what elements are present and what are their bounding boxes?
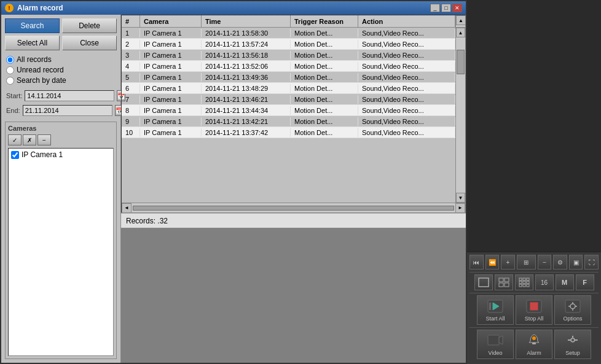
camera-checkbox[interactable] bbox=[11, 151, 19, 159]
cell-action: Sound,Video Reco... bbox=[358, 62, 455, 71]
options-button[interactable]: Options bbox=[554, 295, 591, 325]
settings-button[interactable]: ⚙ bbox=[553, 255, 567, 269]
table-row[interactable]: 7 IP Camera 1 2014-11-21 13:46:21 Motion… bbox=[122, 94, 455, 105]
camera-layout-button[interactable]: ⊞ bbox=[517, 255, 536, 269]
unread-record-radio[interactable]: Unread record bbox=[6, 66, 116, 74]
svg-rect-13 bbox=[527, 284, 529, 287]
close-button[interactable]: Close bbox=[62, 36, 117, 50]
cell-trigger: Motion Det... bbox=[291, 84, 358, 93]
horizontal-scrollbar[interactable]: ◄ ► bbox=[122, 203, 465, 212]
layout-3x3-button[interactable] bbox=[515, 274, 533, 290]
cell-camera: IP Camera 1 bbox=[140, 84, 202, 93]
svg-rect-3 bbox=[499, 283, 503, 287]
h-scroll-thumb[interactable] bbox=[133, 206, 454, 211]
cell-camera: IP Camera 1 bbox=[140, 117, 202, 126]
cell-action: Sound,Video Reco... bbox=[358, 106, 455, 115]
bottom-buttons-row: Video Alarm bbox=[469, 330, 599, 359]
col-header-time: Time bbox=[202, 15, 291, 27]
table-row[interactable]: 9 IP Camera 1 2014-11-21 13:42:21 Motion… bbox=[122, 116, 455, 127]
table-row[interactable]: 3 IP Camera 1 2014-11-21 13:56:18 Motion… bbox=[122, 50, 455, 61]
scrollbar-thumb[interactable] bbox=[457, 50, 465, 74]
scroll-up-button[interactable]: ▲ bbox=[456, 15, 465, 25]
cell-num: 3 bbox=[122, 51, 140, 60]
cell-action: Sound,Video Reco... bbox=[358, 29, 455, 37]
search-by-date-radio[interactable]: Search by date bbox=[6, 76, 116, 85]
records-bar: Records: .32 bbox=[121, 213, 466, 228]
setup-button[interactable]: Setup bbox=[554, 330, 591, 359]
select-all-button[interactable]: Select All bbox=[5, 36, 60, 50]
all-records-radio[interactable]: All records bbox=[6, 55, 116, 64]
add-button[interactable]: + bbox=[501, 255, 515, 269]
h-scroll-left-button[interactable]: ◄ bbox=[122, 203, 132, 213]
video-button[interactable]: Video bbox=[477, 330, 514, 359]
records-count: Records: .32 bbox=[126, 217, 168, 225]
start-date-input[interactable] bbox=[25, 90, 114, 101]
cell-camera: IP Camera 1 bbox=[140, 62, 202, 71]
cell-camera: IP Camera 1 bbox=[140, 128, 202, 137]
minus-button[interactable]: − bbox=[538, 255, 552, 269]
delete-button[interactable]: Delete bbox=[62, 18, 117, 33]
divider-2 bbox=[469, 293, 599, 293]
setup-label: Setup bbox=[565, 350, 580, 356]
col-header-camera: Camera bbox=[140, 15, 202, 27]
minimize-button[interactable]: _ bbox=[430, 4, 440, 12]
svg-rect-8 bbox=[519, 281, 522, 284]
alarm-label: Alarm bbox=[527, 350, 541, 356]
table-row[interactable]: 1 IP Camera 1 2014-11-21 13:58:30 Motion… bbox=[122, 28, 455, 39]
cell-time: 2014-11-21 13:37:42 bbox=[202, 128, 291, 137]
fullscreen-button[interactable]: ⛶ bbox=[584, 255, 599, 269]
vertical-scrollbar[interactable]: ▲ ▼ bbox=[455, 28, 465, 203]
camera-item[interactable]: IP Camera 1 bbox=[10, 150, 112, 160]
layout-f-button[interactable]: F bbox=[576, 274, 594, 290]
divider-1 bbox=[469, 272, 599, 273]
scroll-down-arrow[interactable]: ▼ bbox=[456, 193, 465, 203]
table-row[interactable]: 5 IP Camera 1 2014-11-21 13:49:36 Motion… bbox=[122, 72, 455, 83]
col-header-action: Action bbox=[358, 15, 455, 27]
check-all-cameras-button[interactable]: ✓ bbox=[8, 134, 22, 145]
cameras-group: Cameras ✓ ✗ − IP Camera 1 bbox=[5, 122, 117, 359]
cell-num: 7 bbox=[122, 95, 140, 104]
cell-action: Sound,Video Reco... bbox=[358, 128, 455, 137]
scroll-up-arrow[interactable]: ▲ bbox=[456, 28, 465, 37]
table-row[interactable]: 8 IP Camera 1 2014-11-21 13:44:34 Motion… bbox=[122, 105, 455, 116]
start-date-row: Start: 📅 bbox=[5, 90, 117, 102]
alarm-button[interactable]: Alarm bbox=[516, 330, 552, 359]
remove-camera-button[interactable]: − bbox=[37, 134, 51, 145]
layout-16-button[interactable]: 16 bbox=[535, 274, 554, 290]
layout-1x1-button[interactable] bbox=[474, 274, 493, 290]
cell-trigger: Motion Det... bbox=[291, 95, 358, 104]
record-button[interactable]: ▣ bbox=[569, 255, 583, 269]
table-row[interactable]: 2 IP Camera 1 2014-11-21 13:57:24 Motion… bbox=[122, 39, 455, 50]
cell-camera: IP Camera 1 bbox=[140, 29, 202, 37]
layout-m-button[interactable]: M bbox=[556, 274, 574, 290]
svg-marker-26 bbox=[499, 336, 503, 344]
maximize-button[interactable]: □ bbox=[441, 4, 451, 12]
cell-camera: IP Camera 1 bbox=[140, 40, 202, 48]
h-scroll-right-button[interactable]: ► bbox=[455, 203, 465, 213]
action-buttons-row-1: Start All Stop All bbox=[469, 295, 599, 325]
go-to-start-button[interactable]: ⏮ bbox=[469, 255, 484, 269]
start-all-button[interactable]: Start All bbox=[477, 295, 514, 325]
table-row[interactable]: 4 IP Camera 1 2014-11-21 13:52:06 Motion… bbox=[122, 61, 455, 72]
table-container: # Camera Time Trigger Reason Action ▲ 1 … bbox=[121, 15, 466, 213]
stop-all-label: Stop All bbox=[525, 316, 544, 322]
cell-trigger: Motion Det... bbox=[291, 73, 358, 82]
layout-2x2-button[interactable] bbox=[495, 274, 513, 290]
cell-num: 8 bbox=[122, 106, 140, 115]
table-row[interactable]: 10 IP Camera 1 2014-11-21 13:37:42 Motio… bbox=[122, 127, 455, 138]
end-date-row: End: 📅 bbox=[5, 104, 117, 117]
cell-camera: IP Camera 1 bbox=[140, 106, 202, 115]
uncheck-all-cameras-button[interactable]: ✗ bbox=[23, 134, 36, 145]
stop-all-button[interactable]: Stop All bbox=[516, 295, 552, 325]
options-label: Options bbox=[563, 316, 582, 322]
svg-rect-11 bbox=[519, 284, 522, 287]
step-back-button[interactable]: ⏪ bbox=[485, 255, 500, 269]
table-row[interactable]: 6 IP Camera 1 2014-11-21 13:48:29 Motion… bbox=[122, 83, 455, 94]
right-sidebar: ⏮ ⏪ + ⊞ − ⚙ ▣ ⛶ bbox=[467, 0, 601, 364]
cell-action: Sound,Video Reco... bbox=[358, 51, 455, 60]
divider-3 bbox=[469, 327, 599, 328]
close-window-button[interactable]: ✕ bbox=[452, 4, 462, 12]
end-date-input[interactable] bbox=[23, 105, 112, 116]
cell-time: 2014-11-21 13:48:29 bbox=[202, 84, 291, 93]
search-button[interactable]: Search bbox=[5, 18, 60, 33]
